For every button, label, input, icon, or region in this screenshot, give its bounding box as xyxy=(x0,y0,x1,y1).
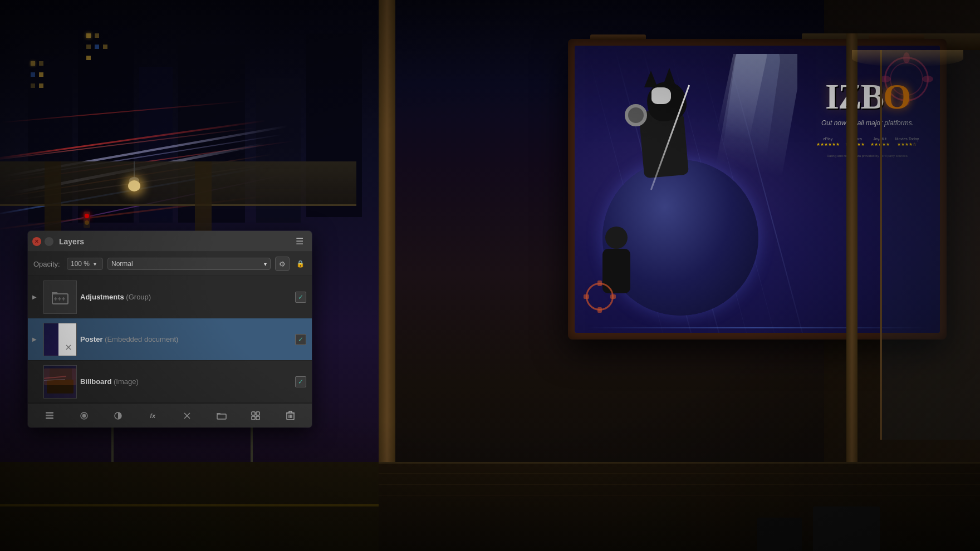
layer-thumbnail-poster xyxy=(43,323,77,356)
layers-panel: ✕ Layers ☰ Opacity: 100 % ▾ Normal ▾ ⚙ 🔒 xyxy=(28,231,312,427)
opacity-label: Opacity: xyxy=(33,260,62,268)
folder-icon xyxy=(217,412,227,420)
svg-rect-19 xyxy=(256,412,259,415)
svg-rect-18 xyxy=(252,412,255,415)
poster-white-half xyxy=(58,323,76,356)
svg-rect-20 xyxy=(252,416,255,420)
opacity-chevron-icon: ▾ xyxy=(94,261,96,267)
new-adjustment-layer-button[interactable] xyxy=(110,407,126,424)
group-icon xyxy=(51,289,69,305)
settings-icon: ⚙ xyxy=(279,260,286,268)
layer-visibility-poster[interactable]: ✓ xyxy=(295,334,306,345)
expand-arrow-poster: ▶ xyxy=(32,336,40,342)
bus-shelter-glass xyxy=(880,50,980,440)
close-icon: ✕ xyxy=(35,239,39,244)
svg-rect-10 xyxy=(46,415,53,416)
embedded-doc-icon xyxy=(65,344,72,351)
layer-thumbnail-adjustments xyxy=(43,281,77,314)
blend-chevron-icon: ▾ xyxy=(264,261,267,267)
half-circle-icon xyxy=(114,411,122,420)
add-layer-style-button[interactable]: fx xyxy=(144,407,161,424)
layer-row-billboard[interactable]: ▶ Billboard (Image) ✓ xyxy=(28,361,312,403)
minimize-button[interactable] xyxy=(45,237,53,246)
close-button[interactable]: ✕ xyxy=(32,237,41,246)
fx-icon: fx xyxy=(150,412,155,419)
panel-titlebar: ✕ Layers ☰ xyxy=(28,231,312,252)
grid-icon xyxy=(251,411,260,420)
shelter-light xyxy=(852,50,963,67)
circle-filled-icon xyxy=(80,411,89,420)
trash-icon xyxy=(286,411,295,420)
layer-settings-button[interactable]: ⚙ xyxy=(275,257,290,271)
blend-mode-dropdown[interactable]: Normal ▾ xyxy=(107,258,271,270)
layer-name-poster: Poster (Embedded document) xyxy=(80,335,292,343)
opacity-dropdown[interactable]: 100 % ▾ xyxy=(67,258,103,270)
lock-icon: 🔒 xyxy=(296,260,305,268)
layers-stack-icon xyxy=(45,411,55,421)
layer-row-poster[interactable]: ▶ Poster (Embedded document) xyxy=(28,318,312,361)
shelter-post xyxy=(846,33,857,462)
blend-mode-value: Normal xyxy=(111,260,133,268)
layer-row-adjustments[interactable]: ▶ Adjustments (Group) ✓ xyxy=(28,276,312,318)
layer-name-adjustments: Adjustments (Group) xyxy=(80,293,292,301)
new-group-button[interactable] xyxy=(213,407,230,424)
layer-visibility-adjustments[interactable]: ✓ xyxy=(295,292,306,303)
svg-rect-21 xyxy=(256,416,259,420)
chevron-right-icon: ▶ xyxy=(32,294,37,300)
panel-menu-button[interactable]: ☰ xyxy=(292,235,307,248)
panel-title: Layers xyxy=(59,237,84,246)
menu-icon: ☰ xyxy=(296,236,303,247)
svg-rect-11 xyxy=(46,412,53,414)
delete-layer-button[interactable] xyxy=(282,407,298,424)
layer-visibility-billboard[interactable]: ✓ xyxy=(295,376,306,387)
layers-list: ▶ Adjustments (Group) ✓ xyxy=(28,276,312,403)
panel-toolbar: fx xyxy=(28,403,312,427)
layer-name-billboard: Billboard (Image) xyxy=(80,377,292,386)
svg-rect-17 xyxy=(217,414,226,419)
mask-icon xyxy=(183,411,192,420)
layer-lock-button[interactable]: 🔒 xyxy=(294,258,306,270)
add-mask-button[interactable] xyxy=(179,407,195,424)
opacity-row: Opacity: 100 % ▾ Normal ▾ ⚙ 🔒 xyxy=(28,252,312,276)
svg-point-13 xyxy=(82,414,86,417)
chevron-right-icon-poster: ▶ xyxy=(32,336,37,342)
titlebar-controls: ✕ Layers xyxy=(32,237,84,246)
expand-arrow-adjustments: ▶ xyxy=(32,294,40,300)
layer-thumbnail-billboard xyxy=(43,365,77,399)
svg-rect-9 xyxy=(46,417,53,419)
opacity-value: 100 % xyxy=(71,260,90,268)
new-fill-layer-button[interactable] xyxy=(76,407,92,424)
new-layer-set-button[interactable] xyxy=(41,407,58,424)
new-artboard-button[interactable] xyxy=(247,407,264,424)
ground-area xyxy=(379,462,980,551)
